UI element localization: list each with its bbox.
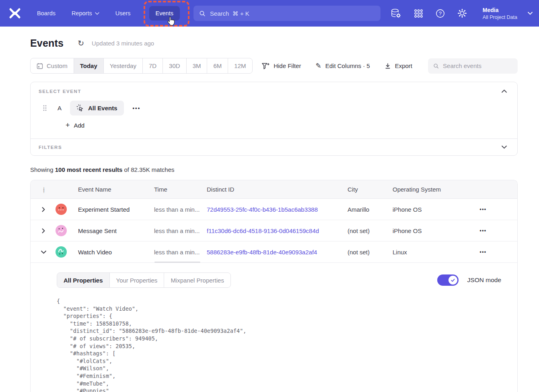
row-menu-icon[interactable]: ••• [476, 205, 490, 214]
event-json: { "event": "Watch Video", "properties": … [57, 297, 509, 392]
project-name: Media [483, 6, 517, 14]
event-row-menu[interactable]: ••• [130, 103, 143, 113]
plus-icon: + [66, 121, 70, 130]
filter-icon [261, 62, 270, 70]
range-12m[interactable]: 12M [228, 58, 252, 73]
all-events-selector[interactable]: All Events [70, 101, 124, 116]
event-avatar [56, 204, 67, 215]
table-row: Experiment Started less than a min... 72… [31, 199, 517, 220]
table-row-expanded: Watch Video less than a min... 5886283e-… [31, 241, 517, 263]
filters-label: FILTERS [39, 145, 62, 150]
toggle-knob [448, 276, 457, 285]
sort-icon[interactable]: ↓↑ [40, 186, 48, 193]
nav-item-reports[interactable]: Reports [72, 10, 99, 17]
svg-text:?: ? [439, 10, 442, 17]
data-management-icon[interactable] [391, 8, 401, 19]
row-menu-icon[interactable]: ••• [476, 248, 490, 256]
mixpanel-logo-icon[interactable] [9, 7, 21, 19]
col-distinct-id: Distinct ID [207, 186, 348, 193]
check-icon [451, 279, 455, 282]
range-6m[interactable]: 6M [207, 58, 228, 73]
range-30d[interactable]: 30D [163, 58, 187, 73]
settings-gear-icon[interactable] [457, 8, 467, 18]
cell-os: Linux [393, 249, 449, 256]
magic-cursor-icon [76, 104, 84, 112]
properties-tabs: All Properties Your Properties Mixpanel … [57, 272, 231, 288]
collapse-section-icon[interactable] [499, 89, 509, 94]
date-range-control: Custom Today Yesterday 7D 30D 3M 6M 12M [30, 58, 253, 74]
range-yesterday[interactable]: Yesterday [104, 58, 143, 73]
add-event-button[interactable]: + Add [66, 121, 84, 130]
events-search[interactable] [428, 58, 518, 74]
horizontal-scrollbar[interactable] [154, 262, 200, 263]
expand-filters-icon[interactable] [499, 144, 509, 150]
chevron-down-icon [95, 12, 99, 15]
nav-item-users[interactable]: Users [115, 10, 131, 17]
cell-distinct-id[interactable]: f11c30d6-dc6d-4518-9136-0d046159c84d [207, 227, 348, 234]
search-icon [433, 63, 439, 69]
event-avatar [56, 246, 67, 258]
event-avatar [56, 225, 67, 236]
top-navbar: Boards Reports Users Events [0, 0, 539, 27]
event-row-letter: A [58, 105, 63, 111]
hide-filter-button[interactable]: Hide Filter [261, 62, 301, 70]
results-summary: Showing 100 most recent results of 82.35… [30, 166, 518, 173]
range-7d[interactable]: 7D [143, 58, 163, 73]
global-search[interactable] [193, 6, 381, 21]
expand-row-icon[interactable] [39, 226, 48, 235]
page-title: Events [30, 37, 64, 49]
range-today[interactable]: Today [74, 58, 104, 73]
main-nav: Boards Reports Users Events [37, 10, 180, 17]
row-menu-icon[interactable]: ••• [476, 226, 490, 235]
project-scope: All Project Data [483, 14, 517, 21]
cell-distinct-id[interactable]: 5886283e-e9fb-48fb-81de-40e9093a2af4 [207, 249, 348, 256]
cell-event-name: Watch Video [78, 249, 154, 256]
export-button[interactable]: Export [385, 62, 412, 69]
nav-item-events[interactable]: Events [149, 6, 180, 21]
collapse-row-icon[interactable] [39, 247, 48, 257]
table-header-row: ↓↑ Event Name Time Distinct ID City Oper… [31, 180, 517, 199]
cell-event-name: Experiment Started [78, 206, 154, 213]
all-events-label: All Events [88, 105, 117, 111]
range-custom[interactable]: Custom [31, 58, 74, 73]
apps-grid-icon[interactable] [414, 9, 423, 18]
events-search-input[interactable] [443, 62, 512, 69]
project-selector[interactable]: Media All Project Data [483, 6, 533, 21]
cell-time: less than a min... [154, 206, 207, 213]
select-event-label: SELECT EVENT [39, 89, 81, 94]
col-os: Operating System [393, 186, 449, 193]
updated-timestamp: Updated 3 minutes ago [92, 40, 154, 47]
col-city: City [348, 186, 393, 193]
chevron-down-icon [528, 12, 533, 15]
tab-mixpanel-properties[interactable]: Mixpanel Properties [164, 273, 230, 287]
query-builder-card: SELECT EVENT A [30, 82, 518, 156]
json-mode-toggle[interactable] [437, 274, 459, 286]
col-event-name: Event Name [78, 186, 154, 193]
global-search-input[interactable] [210, 10, 375, 17]
pencil-icon: ✎ [316, 62, 321, 69]
drag-handle-icon[interactable] [43, 105, 47, 111]
tab-all-properties[interactable]: All Properties [57, 273, 110, 287]
event-detail-panel: All Properties Your Properties Mixpanel … [31, 263, 517, 392]
table-row: Message Sent less than a min... f11c30d6… [31, 220, 517, 241]
edit-columns-button[interactable]: ✎ Edit Columns · 5 [316, 62, 370, 69]
cell-distinct-id[interactable]: 72d49553-25fc-4f0c-b436-1b5ac6ab3388 [207, 206, 348, 213]
events-table: ↓↑ Event Name Time Distinct ID City Oper… [30, 180, 518, 392]
tab-your-properties[interactable]: Your Properties [110, 273, 165, 287]
cell-os: iPhone OS [393, 227, 449, 234]
cell-city: (not set) [348, 249, 393, 256]
cell-time: less than a min... [154, 249, 207, 256]
cell-city: (not set) [348, 227, 393, 234]
download-icon [385, 63, 391, 69]
range-3m[interactable]: 3M [187, 58, 208, 73]
json-mode-label: JSON mode [467, 276, 501, 284]
cell-os: iPhone OS [393, 206, 449, 213]
refresh-icon[interactable]: ↻ [78, 39, 84, 47]
col-time: Time [154, 186, 207, 193]
nav-item-boards[interactable]: Boards [37, 10, 56, 17]
expand-row-icon[interactable] [39, 204, 48, 214]
search-icon [199, 10, 206, 17]
cell-event-name: Message Sent [78, 227, 154, 234]
cell-city: Amarillo [348, 206, 393, 213]
help-icon[interactable]: ? [436, 9, 445, 18]
